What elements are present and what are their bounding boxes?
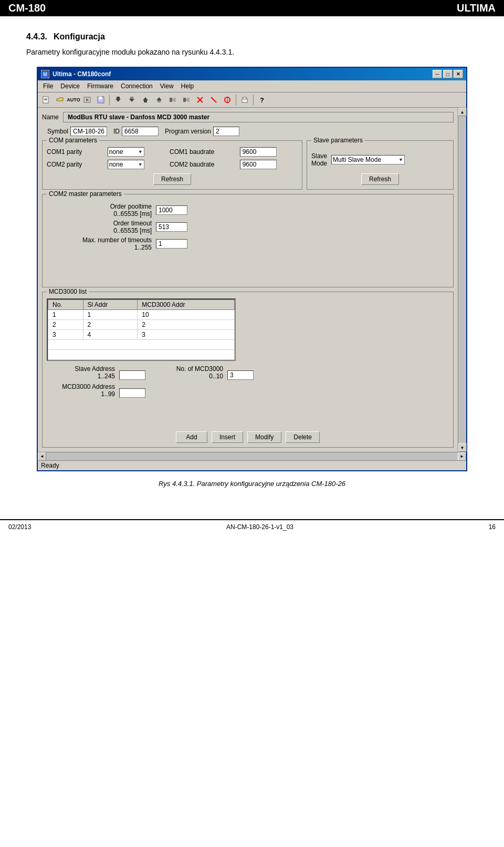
svg-text:U: U <box>44 71 47 77</box>
menu-device[interactable]: Device <box>57 81 83 91</box>
panels-row: COM parameters COM1 parity none ▼ COM1 b… <box>42 140 454 190</box>
win-toolbar: AUTO R <box>38 92 466 108</box>
insert-button[interactable]: Insert <box>212 431 243 443</box>
mcd-buttons-row: Add Insert Modify Delete <box>47 431 449 443</box>
id-input[interactable] <box>122 127 159 136</box>
toolbar-separator-3 <box>253 95 254 105</box>
table-row: 1 1 10 <box>48 310 235 320</box>
order-timeout-input[interactable] <box>156 222 187 232</box>
add-button[interactable]: Add <box>176 431 207 443</box>
com2-baudrate-input[interactable] <box>240 160 277 169</box>
id-group: ID <box>113 127 159 136</box>
win-hscrollbar: ◄ ► <box>38 452 466 460</box>
com1-parity-label: COM1 parity <box>47 148 103 156</box>
mcd-table-wrapper: No. Sl Addr MCD3000 Addr 1 1 <box>47 298 236 361</box>
symbol-label: Symbol <box>47 128 68 135</box>
col-sl-addr: Sl Addr <box>83 300 138 310</box>
header-right: ULTIMA <box>457 2 496 14</box>
titlebar-left: U Ultima - CM180conf <box>41 70 111 78</box>
svg-marker-15 <box>156 97 162 100</box>
delete-button[interactable]: Delete <box>286 431 320 443</box>
toolbar-download1[interactable] <box>112 94 124 106</box>
order-pooltime-input[interactable] <box>156 205 187 215</box>
no-of-mcd-input[interactable] <box>227 370 254 380</box>
modify-button[interactable]: Modify <box>247 431 281 443</box>
slave-address-input[interactable] <box>119 370 145 380</box>
toolbar-help[interactable]: ? <box>256 94 268 106</box>
toolbar-x1[interactable] <box>194 94 206 106</box>
header-left: CM-180 <box>8 2 46 14</box>
section-number: 4.4.3. <box>26 32 47 42</box>
name-value: ModBus RTU slave - Danfoss MCD 3000 mast… <box>63 112 454 122</box>
maximize-button[interactable]: □ <box>443 70 453 78</box>
symbol-input[interactable] <box>70 127 107 136</box>
com-refresh-button[interactable]: Refresh <box>153 173 191 185</box>
toolbar-auto[interactable]: AUTO <box>67 94 80 106</box>
max-timeouts-label: Max. number of timeouts1..255 <box>57 236 152 251</box>
close-button[interactable]: ✕ <box>454 70 463 78</box>
win-titlebar: U Ultima - CM180conf ─ □ ✕ <box>38 68 466 80</box>
toolbar-read[interactable]: R <box>81 94 93 106</box>
svg-rect-12 <box>130 97 133 99</box>
table-row-empty <box>48 350 235 360</box>
com2-parity-label: COM2 parity <box>47 161 103 168</box>
program-version-group: Program version <box>165 127 239 136</box>
max-timeouts-input[interactable] <box>156 239 187 249</box>
toolbar-download2[interactable] <box>125 94 138 106</box>
com1-parity-dropdown[interactable]: none ▼ <box>108 147 144 157</box>
program-version-input[interactable] <box>213 127 239 136</box>
table-row: 3 4 3 <box>48 330 235 340</box>
menu-file[interactable]: File <box>40 81 56 91</box>
slave-params-group: Slave parameters SlaveMode Multi Slave M… <box>307 140 454 190</box>
slave-mode-dropdown[interactable]: Multi Slave Mode ▼ <box>331 155 405 164</box>
scroll-right-button[interactable]: ► <box>458 452 466 461</box>
svg-rect-20 <box>183 98 186 102</box>
order-timeout-label: Order timeout0..65535 [ms] <box>57 220 152 234</box>
dialog-content-area: Name ModBus RTU slave - Danfoss MCD 3000… <box>38 108 458 452</box>
toolbar-upload1[interactable] <box>139 94 152 106</box>
slave-mode-arrow: ▼ <box>398 157 403 162</box>
com-params-group: COM parameters COM1 parity none ▼ COM1 b… <box>42 140 302 190</box>
toolbar-compare2[interactable] <box>180 94 193 106</box>
id-label: ID <box>113 128 120 135</box>
minimize-button[interactable]: ─ <box>433 70 442 78</box>
svg-marker-9 <box>116 99 121 102</box>
toolbar-x3[interactable] <box>221 94 234 106</box>
toolbar-upload2[interactable] <box>153 94 165 106</box>
col-mcd-addr: MCD3000 Addr <box>138 300 235 310</box>
com1-parity-value: none <box>109 148 123 156</box>
toolbar-open[interactable] <box>54 94 66 106</box>
scroll-down-button[interactable]: ▼ <box>458 443 467 452</box>
toolbar-print[interactable] <box>238 94 251 106</box>
scroll-left-button[interactable]: ◄ <box>38 452 46 461</box>
svg-marker-11 <box>129 99 134 102</box>
com1-baudrate-label: COM1 baudrate <box>170 148 236 156</box>
menu-connection[interactable]: Connection <box>118 81 156 91</box>
slave-mode-label: SlaveMode <box>311 152 327 167</box>
scroll-track[interactable] <box>458 116 466 443</box>
menu-view[interactable]: View <box>157 81 177 91</box>
footer-left: 02/2013 <box>8 523 31 531</box>
slave-refresh-button[interactable]: Refresh <box>361 173 399 185</box>
hscroll-track[interactable] <box>46 452 458 460</box>
info-row: Symbol ID Program version <box>42 127 454 136</box>
com1-baudrate-input[interactable] <box>240 147 277 157</box>
mcd3000-list-group: MCD3000 list No. Sl Addr MCD3000 Addr <box>42 292 454 448</box>
com2-master-title: COM2 master parameters <box>47 190 124 198</box>
mcd-address-input[interactable] <box>119 388 145 398</box>
com2-parity-dropdown[interactable]: none ▼ <box>108 160 144 169</box>
order-pooltime-label: Order pooltime0..65535 [ms] <box>57 203 152 218</box>
com-params-title: COM parameters <box>47 137 99 144</box>
svg-rect-21 <box>187 98 190 102</box>
win-dialog: U Ultima - CM180conf ─ □ ✕ File Device F… <box>37 67 467 471</box>
toolbar-save[interactable] <box>94 94 107 106</box>
toolbar-x2[interactable] <box>207 94 220 106</box>
toolbar-compare1[interactable] <box>166 94 179 106</box>
scroll-up-button[interactable]: ▲ <box>458 108 467 116</box>
svg-rect-18 <box>173 98 176 102</box>
menu-help[interactable]: Help <box>178 81 197 91</box>
com1-parity-arrow: ▼ <box>138 149 143 154</box>
no-of-mcd-label: No. of MCD30000..10 <box>155 365 223 380</box>
menu-firmware[interactable]: Firmware <box>84 81 117 91</box>
toolbar-new[interactable] <box>40 94 52 106</box>
